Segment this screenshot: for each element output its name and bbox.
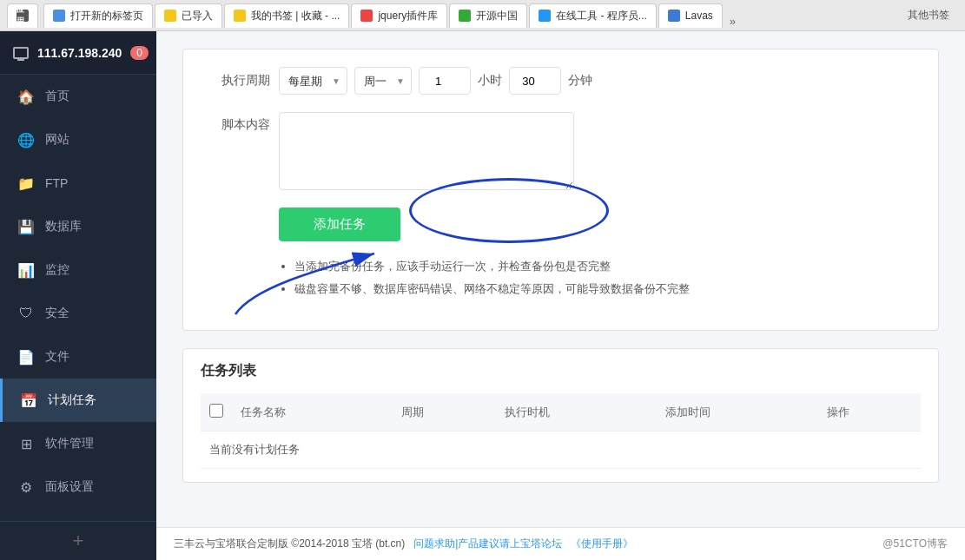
table-body: 当前没有计划任务 <box>201 432 921 469</box>
table-empty-row: 当前没有计划任务 <box>201 432 921 469</box>
script-label: 脚本内容 <box>209 112 270 133</box>
note-item-1: 当添加完备份任务，应该手动运行一次，并检查备份包是否完整 <box>294 259 912 274</box>
tab-newtab-icon <box>53 10 65 22</box>
footer-help-link[interactable]: 问题求助|产品建议请上宝塔论坛 <box>413 537 562 551</box>
files-icon: 📄 <box>17 348 35 366</box>
notification-badge: 0 <box>130 46 149 60</box>
sidebar-label-database: 数据库 <box>45 219 82 234</box>
ftp-icon: 📁 <box>17 175 35 192</box>
sidebar: 111.67.198.240 0 🏠 首页 🌐 网站 📁 FTP 💾 数据库 📊 <box>0 31 156 560</box>
cron-icon: 📅 <box>20 392 37 409</box>
monitor-icon-sidebar: 📊 <box>17 261 35 279</box>
cycle-select-wrap: 每星期 每天 每小时 ▼ <box>279 67 347 95</box>
cycle-label: 执行周期 <box>209 73 270 89</box>
tab-tools[interactable]: 在线工具 - 程序员... <box>529 3 657 28</box>
col-add-time: 添加时间 <box>657 393 817 432</box>
cycle-controls: 每星期 每天 每小时 ▼ 周一 周二 周三 周四 <box>279 67 592 95</box>
tab-imported-label: 已导入 <box>182 9 213 23</box>
software-icon: ⊞ <box>17 435 35 452</box>
script-textarea[interactable] <box>279 112 574 190</box>
database-icon: 💾 <box>17 218 35 235</box>
tab-imported-icon <box>164 10 176 22</box>
add-task-button[interactable]: 添加任务 <box>279 208 400 241</box>
sidebar-label-security: 安全 <box>45 306 69 321</box>
table-header-row: 任务名称 周期 执行时机 添加时间 <box>201 393 921 432</box>
sidebar-label-home: 首页 <box>45 89 69 104</box>
sidebar-item-cron[interactable]: 📅 计划任务 <box>0 379 156 422</box>
sidebar-item-security[interactable]: 🛡 安全 <box>0 292 156 335</box>
sidebar-label-ftp: FTP <box>45 176 68 190</box>
browser-tabs: 打开新的标签页 已导入 我的书签 | 收藏 - ... jquery插件库 开源… <box>43 3 894 28</box>
tab-bookmarks[interactable]: 我的书签 | 收藏 - ... <box>224 3 349 28</box>
cycle-select[interactable]: 每星期 每天 每小时 <box>279 67 347 95</box>
tab-app[interactable]: 应用 <box>7 3 38 28</box>
content-inner: 执行周期 每星期 每天 每小时 ▼ 周一 <box>156 31 965 527</box>
notes-list: 当添加完备份任务，应该手动运行一次，并检查备份包是否完整 磁盘容量不够、数据库密… <box>279 259 912 297</box>
sidebar-label-panel-settings: 面板设置 <box>45 479 94 495</box>
tab-tools-icon <box>539 10 551 22</box>
sidebar-label-monitor: 监控 <box>45 262 69 278</box>
hour-unit: 小时 <box>478 73 502 89</box>
col-action: 操作 <box>818 393 921 432</box>
tab-newtab[interactable]: 打开新的标签页 <box>43 3 153 28</box>
sidebar-item-files[interactable]: 📄 文件 <box>0 335 156 379</box>
sidebar-item-monitor[interactable]: 📊 监控 <box>0 248 156 292</box>
tab-lavas-label: Lavas <box>685 10 713 22</box>
sidebar-label-software: 软件管理 <box>45 436 94 451</box>
task-section: 任务列表 任务名称 周期 <box>182 348 939 483</box>
sidebar-label-files: 文件 <box>45 349 69 365</box>
tab-newtab-label: 打开新的标签页 <box>70 9 143 23</box>
browser-bar: 应用 打开新的标签页 已导入 我的书签 | 收藏 - ... jquery插件库… <box>0 0 965 31</box>
task-table: 任务名称 周期 执行时机 添加时间 <box>201 393 921 469</box>
task-list-title: 任务列表 <box>201 362 921 380</box>
footer-copyright: 三丰云与宝塔联合定制版 ©2014-2018 宝塔 (bt.cn) <box>174 537 405 551</box>
sidebar-item-panel-settings[interactable]: ⚙ 面板设置 <box>0 465 156 509</box>
main-layout: 111.67.198.240 0 🏠 首页 🌐 网站 📁 FTP 💾 数据库 📊 <box>0 31 965 560</box>
tab-tools-label: 在线工具 - 程序员... <box>556 9 647 23</box>
more-tabs-button[interactable]: » <box>724 15 741 28</box>
panel-settings-icon: ⚙ <box>17 478 35 496</box>
server-ip: 111.67.198.240 <box>37 46 122 60</box>
home-icon: 🏠 <box>17 88 35 105</box>
minute-input[interactable] <box>509 67 561 95</box>
col-task-name: 任务名称 <box>232 393 393 432</box>
weekday-select[interactable]: 周一 周二 周三 周四 周五 周六 周日 <box>354 67 412 95</box>
sidebar-item-website[interactable]: 🌐 网站 <box>0 118 156 161</box>
sidebar-nav: 🏠 首页 🌐 网站 📁 FTP 💾 数据库 📊 监控 🛡 安全 <box>0 75 156 521</box>
other-bookmarks[interactable]: 其他书签 <box>899 8 958 23</box>
hour-input[interactable] <box>419 67 471 95</box>
tab-jquery-label: jquery插件库 <box>378 9 438 23</box>
tab-lavas[interactable]: Lavas <box>658 3 723 28</box>
content-area: 执行周期 每星期 每天 每小时 ▼ 周一 <box>156 31 965 560</box>
tab-imported[interactable]: 已导入 <box>155 3 222 28</box>
footer-watermark: @51CTO博客 <box>882 537 948 551</box>
footer-manual-link[interactable]: 《使用手册》 <box>571 537 633 551</box>
tab-app-icon: 应用 <box>17 10 29 22</box>
col-checkbox <box>201 393 232 432</box>
select-all-checkbox[interactable] <box>209 404 223 418</box>
minute-unit: 分钟 <box>568 73 592 89</box>
sidebar-item-software[interactable]: ⊞ 软件管理 <box>0 422 156 465</box>
website-icon: 🌐 <box>17 131 35 148</box>
tab-oschina-label: 开源中国 <box>476 9 518 23</box>
sidebar-item-home[interactable]: 🏠 首页 <box>0 75 156 118</box>
tab-bookmarks-label: 我的书签 | 收藏 - ... <box>251 9 340 23</box>
sidebar-item-database[interactable]: 💾 数据库 <box>0 205 156 248</box>
tab-oschina[interactable]: 开源中国 <box>449 3 527 28</box>
no-data-message: 当前没有计划任务 <box>201 432 921 469</box>
tab-bookmarks-icon <box>234 10 246 22</box>
tab-lavas-icon <box>668 10 680 22</box>
col-exec-time: 执行时机 <box>496 393 657 432</box>
form-section: 执行周期 每星期 每天 每小时 ▼ 周一 <box>182 49 939 331</box>
sidebar-add-button[interactable]: + <box>0 521 156 560</box>
weekday-select-wrap: 周一 周二 周三 周四 周五 周六 周日 ▼ <box>354 67 412 95</box>
table-head: 任务名称 周期 执行时机 添加时间 <box>201 393 921 432</box>
cycle-row: 执行周期 每星期 每天 每小时 ▼ 周一 <box>209 67 912 95</box>
script-row: 脚本内容 <box>209 112 912 190</box>
sidebar-label-cron: 计划任务 <box>48 392 96 408</box>
tab-jquery[interactable]: jquery插件库 <box>351 3 447 28</box>
sidebar-item-logout[interactable]: ⬛ 退出 <box>0 509 156 521</box>
note-item-2: 磁盘容量不够、数据库密码错误、网络不稳定等原因，可能导致数据备份不完整 <box>294 281 912 297</box>
footer: 三丰云与宝塔联合定制版 ©2014-2018 宝塔 (bt.cn) 问题求助|产… <box>156 527 965 560</box>
sidebar-item-ftp[interactable]: 📁 FTP <box>0 161 156 205</box>
